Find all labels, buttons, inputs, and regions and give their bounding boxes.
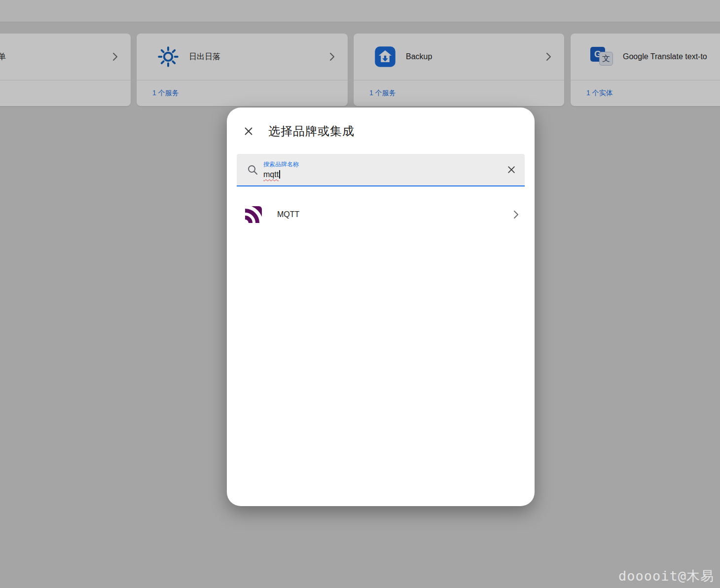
clear-search-icon[interactable] bbox=[505, 163, 518, 176]
dialog-title: 选择品牌或集成 bbox=[268, 123, 355, 139]
search-field-label: 搜索品牌名称 bbox=[263, 160, 505, 169]
watermark: dooooit@木易 bbox=[618, 567, 714, 585]
integration-result-mqtt[interactable]: MQTT bbox=[227, 198, 535, 231]
dialog-header: 选择品牌或集成 bbox=[227, 108, 535, 148]
chevron-right-icon bbox=[510, 209, 522, 220]
pick-brand-dialog: 选择品牌或集成 搜索品牌名称 mqtt MQTT bbox=[227, 108, 535, 506]
integration-result-name: MQTT bbox=[277, 210, 299, 219]
search-input[interactable]: 搜索品牌名称 mqtt bbox=[237, 154, 525, 186]
search-field-texts: 搜索品牌名称 mqtt bbox=[263, 160, 505, 179]
text-caret bbox=[279, 170, 280, 179]
search-icon bbox=[247, 164, 258, 176]
search-field-value: mqtt bbox=[263, 170, 279, 179]
mqtt-icon bbox=[242, 203, 265, 226]
close-icon[interactable] bbox=[242, 124, 255, 138]
